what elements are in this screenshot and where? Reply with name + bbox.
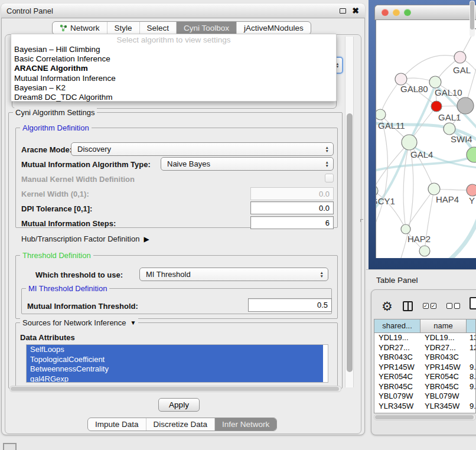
table-row[interactable]: YDL19...YDL19...13 [374,333,475,343]
data-attributes-list: SelfLoopsTopologicalCoefficientBetweenne… [26,344,328,383]
scrollbar-thumb[interactable] [470,1,474,30]
network-node-unnamed-gray[interactable] [457,97,474,114]
network-node-unnamed-green[interactable] [467,147,476,162]
tab-style[interactable]: Style [107,22,139,34]
data-attributes-label: Data Attributes [20,333,75,342]
table-row[interactable]: YIL052CYIL052C9 [374,411,475,413]
zoom-window-button[interactable] [404,9,411,16]
combo-stepper-icon: ▲▼ [325,146,333,152]
checked-box-icon: ✓ [423,303,429,309]
network-node-gal11[interactable] [376,109,386,120]
network-node-hap4[interactable] [428,183,440,195]
node-label-gal10: GAL10 [435,87,462,97]
table-cell: YPR145W [374,363,420,373]
algorithm-option-aracne-algorithm[interactable]: ARACNE Algorithm [11,64,336,73]
mi-threshold-field[interactable] [248,298,332,312]
tab-select[interactable]: Select [139,22,177,34]
network-graph: GALGAL80GAL10GAL1GAL11SWI4GAL4GCY1HAP4YH… [376,20,476,258]
table-cell: YBR045C [420,382,467,392]
table-cell [467,392,475,402]
control-panel-tabs: NetworkStyleSelectCyni ToolboxjActiveMNo… [52,21,311,35]
table-row[interactable]: YDR27...YDR27...12 [374,343,475,353]
aracne-mode-combo[interactable]: Discovery ▲▼ [71,142,334,156]
expander-arrow-icon: ▶ [144,235,149,243]
scrollbar-thumb[interactable] [347,113,353,372]
table-cell: 9. [467,363,475,373]
screen: Control Panel ✖ NetworkStyleSelectCyni T… [0,0,476,450]
algorithm-option-bayesian-k2[interactable]: Bayesian – K2 [11,83,336,93]
algorithm-list: Bayesian – Hill ClimbingBasic Correlatio… [11,45,336,102]
tab-discretize-data[interactable]: Discretize Data [146,418,215,431]
float-panel-icon[interactable] [340,8,346,14]
table-row[interactable]: YPR145WYPR145W9. [374,363,475,373]
scrollbar-thumb[interactable] [375,415,474,419]
which-threshold-combo[interactable]: MI Threshold ▲▼ [139,268,328,281]
mi-steps-field[interactable] [250,216,334,229]
tab-cyni-toolbox[interactable]: Cyni Toolbox [176,22,236,34]
network-node-gal10[interactable] [429,76,441,88]
attribute-item-topologicalcoefficient[interactable]: TopologicalCoefficient [27,355,323,365]
columns-icon[interactable] [403,301,413,311]
close-window-button[interactable] [382,9,389,16]
hub-definition-expander[interactable]: Hub/Transcription Factor Definition ▶ [21,234,149,243]
mi-algorithm-type-combo[interactable]: Naive Bayes ▲▼ [161,157,334,171]
apply-button[interactable]: Apply [158,398,200,412]
table-cell: 12 [467,343,475,353]
kernel-width-label: Kernel Width (0,1): [21,190,89,198]
column-header-shared-name[interactable]: shared... [374,319,420,332]
table-cell [467,353,475,363]
table-row[interactable]: YER054CYER054C8. [374,372,475,382]
algorithm-option-basic-correlation-inference[interactable]: Basic Correlation Inference [11,54,336,64]
column-header-name[interactable]: name [420,319,467,332]
algorithm-option-bayesian-hill-climbing[interactable]: Bayesian – Hill Climbing [11,45,336,54]
attribute-item-betweennesscentrality[interactable]: BetweennessCentrality [27,364,323,374]
close-panel-icon[interactable]: ✖ [352,6,359,15]
network-node-gal1[interactable] [431,101,442,112]
minimized-panel-icon[interactable] [3,443,17,450]
table-row[interactable]: YBL079WYBL079W [374,392,475,402]
attributes-scrollbar[interactable] [470,1,475,37]
select-all-columns-icon[interactable]: ✓ ✓ [423,303,436,309]
network-view-canvas[interactable]: GALGAL80GAL10GAL1GAL11SWI4GAL4GCY1HAP4YH… [376,20,476,258]
deselect-all-columns-icon[interactable] [446,303,460,309]
algorithm-option-mutual-information-inference[interactable]: Mutual Information Inference [11,74,336,83]
network-node-unnamed-bottom[interactable] [419,246,430,256]
table-row[interactable]: YLR345WYLR345W9. [374,402,475,412]
network-node-gal-partial[interactable] [454,51,466,63]
network-node-unnamed-salmon[interactable] [467,184,476,196]
dpi-tolerance-field[interactable] [250,201,334,214]
network-node-gal4[interactable] [402,135,417,150]
network-node-gcy1[interactable] [376,185,378,196]
table-row[interactable]: YBR043CYBR043C [374,353,475,363]
table-cell: 13 [467,333,475,343]
tab-jactivemnodules[interactable]: jActiveMNodules [236,22,311,34]
table-panel-title: Table Panel [376,276,418,285]
minimize-window-button[interactable] [393,9,400,16]
settings-horizontal-scrollbar[interactable] [9,386,341,392]
attribute-item-gal4rgexp[interactable]: gal4RGexp [27,374,323,383]
settings-vertical-scrollbar[interactable] [345,37,354,387]
tab-impute-data[interactable]: Impute Data [88,418,146,431]
table-horizontal-scrollbar[interactable] [374,414,476,420]
export-table-icon[interactable] [470,297,476,309]
table-row[interactable]: YBR045CYBR045C9. [374,382,475,392]
gear-icon[interactable]: ⚙ [382,300,393,312]
sources-expander[interactable]: Sources for Network Inference ▼ [20,318,138,327]
table-cell: YBR045C [374,382,420,392]
scrollbar-thumb[interactable] [11,387,339,391]
mi-algorithm-type-label: Mutual Information Algorithm Type: [21,160,151,169]
attribute-item-selfloops[interactable]: SelfLoops [27,345,323,355]
network-node-gal80[interactable] [395,73,407,85]
tab-network[interactable]: Network [53,22,107,34]
manual-kernel-width-checkbox[interactable] [325,174,334,182]
column-header-partial[interactable] [467,319,475,332]
table-cell: YBL079W [420,392,467,402]
algorithm-option-dream8-dc-tdc-algorithm[interactable]: Dream8 DC_TDC Algorithm [11,93,336,102]
kernel-width-field[interactable] [250,187,334,200]
network-node-swi4[interactable] [444,123,455,135]
node-label-gal11: GAL11 [378,120,405,131]
panel-resize-handle[interactable] [360,219,363,222]
network-node-hap2[interactable] [401,224,410,234]
control-panel-titlebar: Control Panel ✖ [1,4,365,18]
tab-infer-network[interactable]: Infer Network [214,418,276,431]
